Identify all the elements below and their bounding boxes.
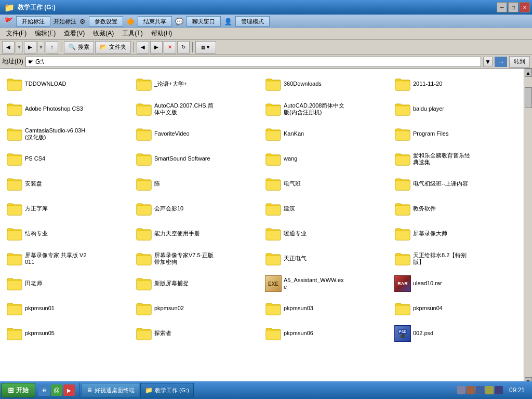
file-item[interactable]: 田老师 xyxy=(4,272,131,295)
menu-tools[interactable]: 工具(T) xyxy=(118,28,147,39)
file-item[interactable]: 爱和乐全脑教育音乐经典选集 xyxy=(392,148,520,170)
file-item[interactable]: 方正字库 xyxy=(4,197,131,220)
forward-dropdown[interactable]: ▼ xyxy=(37,41,45,54)
start-button[interactable]: ⊞ 开始 xyxy=(1,383,35,397)
nav-btn-2[interactable]: ▶ xyxy=(150,41,163,54)
folder-icon xyxy=(265,102,282,116)
forward-button[interactable]: ▶ xyxy=(24,41,36,54)
file-item[interactable]: Adobe Photoshop CS3 xyxy=(4,98,131,121)
views-button[interactable]: ▦▼ xyxy=(195,41,216,54)
nav-btn-4[interactable]: ↻ xyxy=(177,41,190,54)
minimize-button[interactable]: ─ xyxy=(497,2,507,12)
file-name: 屏幕录像大师 xyxy=(413,230,447,237)
file-item[interactable]: 电气班 xyxy=(263,172,390,195)
file-item[interactable]: PS CS4 xyxy=(4,148,131,170)
file-item[interactable]: pkpmsun02 xyxy=(134,297,261,320)
menu-favorites[interactable]: 收藏(A) xyxy=(89,28,118,39)
file-item[interactable]: 360Downloads xyxy=(263,73,390,96)
file-item[interactable]: 2011-11-20 xyxy=(392,73,520,96)
file-item[interactable]: 建筑 xyxy=(263,197,390,220)
app-icon[interactable]: ▶ xyxy=(63,384,75,396)
file-item[interactable]: baidu player xyxy=(392,98,520,121)
address-go-button[interactable]: 转到 xyxy=(509,56,530,68)
taskbar-item-hotview[interactable]: 🖥 好视通桌面终端 xyxy=(82,383,139,397)
scroll-up-button[interactable]: ▲ xyxy=(525,69,532,77)
ie-icon[interactable]: e xyxy=(38,384,50,396)
address-dropdown[interactable]: ▼ xyxy=(483,57,493,67)
file-item[interactable]: 新版屏幕捕捉 xyxy=(134,272,261,295)
file-name: wang xyxy=(284,155,297,162)
file-item[interactable]: pkpmsun05 xyxy=(4,322,131,345)
file-item[interactable]: SmartSound Software xyxy=(134,148,261,170)
file-item[interactable]: KanKan xyxy=(263,123,390,145)
file-item[interactable]: 天正给排水8.2【特别版】 xyxy=(392,247,520,270)
file-item[interactable]: 暖通专业 xyxy=(263,222,390,245)
end-share-button[interactable]: 结束共享 xyxy=(138,16,172,26)
file-item[interactable]: 陈 xyxy=(134,172,261,195)
file-item[interactable]: AutoCAD.2007.CHS.简体中文版 xyxy=(134,98,261,121)
scroll-thumb[interactable] xyxy=(525,87,532,108)
file-item[interactable]: 屏幕录像专家 共享版 V2011 xyxy=(4,247,131,270)
menu-file[interactable]: 文件(F) xyxy=(2,28,31,39)
file-item[interactable]: CamtasiaStudio-v6.03H(汉化版) xyxy=(4,123,131,145)
tray-icon-1[interactable] xyxy=(457,386,466,394)
file-item[interactable]: 结构专业 xyxy=(4,222,131,245)
file-item[interactable]: EXEA5_Assistant_WWW.exe xyxy=(263,272,390,295)
file-item[interactable]: TDDOWNLOAD xyxy=(4,73,131,96)
tray-icon-2[interactable] xyxy=(467,386,475,394)
folder-icon xyxy=(136,77,152,91)
back-button[interactable]: ◀ xyxy=(2,41,15,54)
file-name: 会声会影10 xyxy=(154,205,183,212)
file-item[interactable]: 会声会影10 xyxy=(134,197,261,220)
search-label: 搜索 xyxy=(78,43,89,51)
file-item[interactable]: PSD ⬛ 002.psd xyxy=(392,322,520,345)
chat-window-button[interactable]: 聊天窗口 xyxy=(187,16,221,26)
tray-icon-4[interactable] xyxy=(485,386,494,394)
back-dropdown[interactable]: ▼ xyxy=(16,41,23,54)
param-settings-button[interactable]: 参数设置 xyxy=(89,16,123,26)
folder-icon xyxy=(136,127,152,141)
browser-icon[interactable]: @ xyxy=(51,384,62,396)
file-item[interactable]: 探索者 xyxy=(134,322,261,345)
menu-help[interactable]: 帮助(H) xyxy=(147,28,177,39)
file-item[interactable]: _论语+大学+ xyxy=(134,73,261,96)
tray-icon-5[interactable] xyxy=(495,386,503,394)
file-item[interactable]: AutoCAD.2008简体中文版(内含注册机) xyxy=(263,98,390,121)
scrollbar[interactable]: ▲ ▼ xyxy=(524,69,532,385)
admin-mode-button[interactable]: 管理模式 xyxy=(235,16,270,26)
file-item[interactable]: wang xyxy=(263,148,390,170)
taskbar-item-explorer[interactable]: 📁 教学工作 (G:) xyxy=(140,383,194,397)
file-item[interactable]: pkpmsun03 xyxy=(263,297,390,320)
folder-icon xyxy=(136,102,152,116)
exe-icon: EXE xyxy=(265,275,282,292)
menu-view[interactable]: 查看(V) xyxy=(60,28,89,39)
file-item[interactable]: 天正电气 xyxy=(263,247,390,270)
search-button[interactable]: 🔍 搜索 xyxy=(64,41,94,54)
file-item[interactable]: pkpmsun06 xyxy=(263,322,390,345)
file-item[interactable]: 电气初级班--上课内容 xyxy=(392,172,520,195)
nav-btn-1[interactable]: ◀ xyxy=(137,41,149,54)
file-item[interactable]: pkpmsun04 xyxy=(392,297,520,320)
file-area[interactable]: TDDOWNLOAD _论语+大学+ 360Downloads 2011-11-… xyxy=(0,69,524,385)
file-name: AutoCAD.2007.CHS.简体中文版 xyxy=(154,102,217,116)
close-button[interactable]: ✕ xyxy=(520,2,530,12)
start-annotation-button[interactable]: 开始标注 xyxy=(16,16,50,26)
address-input[interactable]: ☛ G:\ xyxy=(25,57,481,67)
menu-edit[interactable]: 编辑(E) xyxy=(31,28,60,39)
nav-btn-3[interactable]: ✕ xyxy=(164,41,176,54)
up-button[interactable]: ↑ xyxy=(46,41,58,54)
address-go-icon[interactable]: → xyxy=(495,57,507,67)
maximize-button[interactable]: □ xyxy=(508,2,518,12)
file-item[interactable]: 能力天空使用手册 xyxy=(134,222,261,245)
file-item[interactable]: 屏幕录像大师 xyxy=(392,222,520,245)
file-item[interactable]: FavoriteVideo xyxy=(134,123,261,145)
file-item[interactable]: 屏幕录像专家V7.5-正版带加密狗 xyxy=(134,247,261,270)
file-item[interactable]: pkpmsun01 xyxy=(4,297,131,320)
file-item[interactable]: 教务软件 xyxy=(392,197,520,220)
file-item[interactable]: 安装盘 xyxy=(4,172,131,195)
file-item[interactable]: Program Files xyxy=(392,123,520,145)
tray-icon-3[interactable] xyxy=(476,386,484,394)
folder-icon xyxy=(394,202,411,216)
folders-button[interactable]: 📂 文件夹 xyxy=(95,41,131,54)
file-item[interactable]: RARulead10.rar xyxy=(392,272,520,295)
